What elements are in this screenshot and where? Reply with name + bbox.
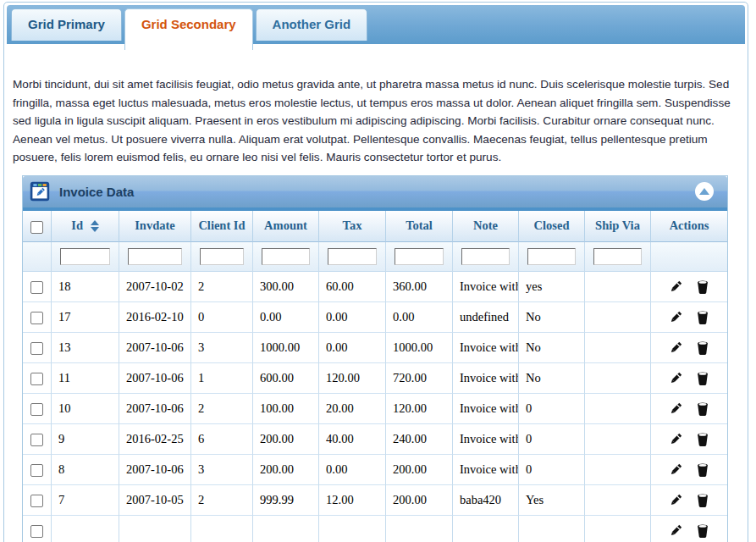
cell-amount: 200.00: [253, 455, 319, 485]
tab-grid-primary[interactable]: Grid Primary: [11, 8, 122, 41]
filter-input-total[interactable]: [395, 248, 444, 265]
delete-row-button[interactable]: [695, 523, 710, 539]
cell-note: Invoice with: [453, 424, 519, 455]
column-header-tax[interactable]: Tax: [319, 211, 386, 242]
filter-cell-id: [52, 242, 119, 272]
cell-tax: [319, 516, 386, 542]
edit-row-button[interactable]: [668, 340, 683, 356]
row-checkbox[interactable]: [30, 464, 43, 477]
table-row: 102007-10-062100.0020.00120.00Invoice wi…: [23, 394, 727, 424]
column-header-client_id[interactable]: Client Id: [191, 211, 253, 242]
cell-amount: 300.00: [253, 272, 319, 302]
column-header-closed[interactable]: Closed: [519, 211, 585, 242]
cell-tax: 12.00: [319, 485, 386, 516]
cell-amount: [253, 516, 319, 542]
column-header-invdate[interactable]: Invdate: [119, 211, 191, 242]
row-checkbox[interactable]: [30, 342, 43, 355]
column-header-ship_via[interactable]: Ship Via: [585, 211, 651, 242]
edit-row-button[interactable]: [668, 279, 683, 295]
cell-tax: 20.00: [319, 394, 386, 424]
cell-invdate: 2016-02-10: [119, 302, 191, 333]
grid-header-row: Id InvdateClient IdAmountTaxTotalNoteClo…: [23, 211, 727, 242]
column-label-amount: Amount: [264, 218, 307, 232]
filter-input-closed[interactable]: [527, 248, 576, 265]
invoice-grid: Invoice Data Id InvdateClient IdAmountTa…: [22, 175, 728, 542]
cell-closed: 0: [519, 424, 585, 455]
cell-select: [23, 272, 52, 302]
intro-paragraph: Morbi tincidunt, dui sit amet facilisis …: [13, 75, 734, 167]
row-checkbox[interactable]: [30, 312, 43, 324]
filter-input-tax[interactable]: [328, 248, 377, 265]
filter-input-amount[interactable]: [262, 248, 310, 265]
filter-input-client_id[interactable]: [200, 248, 244, 265]
cell-tax: 60.00: [319, 272, 386, 302]
table-row: 132007-10-0631000.000.001000.00Invoice w…: [23, 333, 727, 363]
delete-row-button[interactable]: [695, 493, 710, 508]
cell-ship_via: [585, 485, 651, 516]
row-checkbox[interactable]: [30, 525, 43, 538]
sort-arrows-icon[interactable]: [91, 220, 99, 232]
cell-select: [23, 394, 52, 424]
delete-row-button[interactable]: [695, 279, 710, 295]
edit-row-button[interactable]: [668, 401, 683, 417]
edit-row-button[interactable]: [668, 432, 683, 447]
cell-ship_via: [585, 455, 651, 485]
collapse-grid-button[interactable]: [695, 182, 714, 201]
delete-row-button[interactable]: [695, 310, 710, 325]
row-checkbox[interactable]: [30, 373, 43, 385]
row-checkbox[interactable]: [30, 495, 43, 507]
cell-client_id: 0: [191, 302, 253, 333]
filter-cell-invdate: [119, 242, 191, 272]
grid-title: Invoice Data: [59, 185, 134, 199]
cell-total: 200.00: [386, 485, 453, 516]
cell-select: [23, 455, 52, 485]
edit-row-button[interactable]: [668, 523, 683, 539]
column-header-id[interactable]: Id: [52, 211, 119, 242]
delete-row-button[interactable]: [695, 462, 710, 478]
edit-row-button[interactable]: [668, 462, 683, 478]
column-header-amount[interactable]: Amount: [253, 211, 319, 242]
cell-client_id: 3: [191, 455, 253, 485]
delete-row-button[interactable]: [695, 401, 710, 417]
delete-row-button[interactable]: [695, 340, 710, 356]
filter-input-note[interactable]: [461, 248, 510, 265]
row-checkbox[interactable]: [30, 403, 43, 416]
edit-row-button[interactable]: [668, 310, 683, 325]
filter-cell-client_id: [191, 242, 253, 272]
delete-row-button[interactable]: [695, 371, 710, 386]
column-header-total[interactable]: Total: [386, 211, 453, 242]
cell-note: Invoice with: [453, 394, 519, 424]
cell-invdate: 2007-10-06: [119, 363, 191, 394]
filter-input-id[interactable]: [60, 248, 110, 265]
cell-client_id: [191, 516, 253, 542]
cell-ship_via: [585, 516, 651, 542]
cell-invdate: 2007-10-06: [119, 333, 191, 363]
column-label-tax: Tax: [343, 218, 362, 232]
cell-invdate: 2007-10-06: [119, 394, 191, 424]
cell-select: [23, 302, 52, 333]
delete-row-button[interactable]: [695, 432, 710, 447]
tab-another-grid[interactable]: Another Grid: [256, 8, 368, 41]
cell-id: 9: [52, 424, 119, 455]
column-header-note[interactable]: Note: [453, 211, 519, 242]
row-checkbox[interactable]: [30, 281, 43, 294]
cell-select: [23, 424, 52, 455]
cell-ship_via: [585, 333, 651, 363]
cell-total: 1000.00: [386, 333, 453, 363]
edit-row-button[interactable]: [668, 493, 683, 508]
filter-input-ship_via[interactable]: [593, 248, 642, 265]
select-all-checkbox[interactable]: [30, 221, 43, 234]
filter-input-invdate[interactable]: [128, 248, 182, 265]
tab-grid-secondary[interactable]: Grid Secondary: [124, 8, 253, 50]
cell-client_id: 6: [191, 424, 253, 455]
cell-select: [23, 363, 52, 394]
filter-cell-ship_via: [585, 242, 651, 272]
row-checkbox[interactable]: [30, 434, 43, 446]
table-row: 112007-10-061600.00120.00720.00Invoice w…: [23, 363, 727, 394]
edit-row-button[interactable]: [668, 371, 683, 386]
filter-cell-amount: [253, 242, 319, 272]
cell-closed: No: [519, 363, 585, 394]
cell-tax: 0.00: [319, 455, 386, 485]
cell-invdate: 2007-10-06: [119, 455, 191, 485]
cell-amount: 999.99: [253, 485, 319, 516]
